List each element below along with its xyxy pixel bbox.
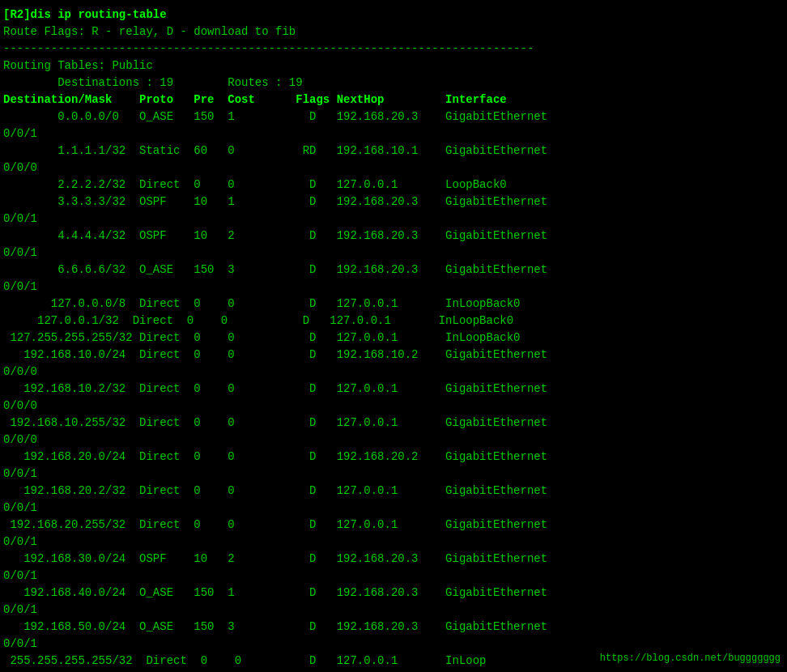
terminal-line: 0/0/1: [3, 125, 784, 142]
terminal-line: 0/0/1: [3, 602, 784, 619]
terminal-line: Route Flags: R - relay, D - download to …: [3, 23, 784, 40]
terminal-line: 1.1.1.1/32 Static 60 0 RD 192.168.10.1 G…: [3, 142, 784, 159]
terminal-line: 3.3.3.3/32 OSPF 10 1 D 192.168.20.3 Giga…: [3, 194, 784, 211]
terminal-line: 0/0/0: [3, 364, 784, 381]
terminal-line: 0/0/1: [3, 211, 784, 228]
terminal-output: [R2]dis ip routing-tableRoute Flags: R -…: [3, 6, 784, 670]
terminal-line: 0/0/0: [3, 432, 784, 449]
terminal-line: 192.168.20.0/24 Direct 0 0 D 192.168.20.…: [3, 449, 784, 466]
terminal-line: 127.0.0.0/8 Direct 0 0 D 127.0.0.1 InLoo…: [3, 296, 784, 313]
terminal-line: 192.168.50.0/24 O_ASE 150 3 D 192.168.20…: [3, 619, 784, 636]
terminal-line: 4.4.4.4/32 OSPF 10 2 D 192.168.20.3 Giga…: [3, 228, 784, 245]
terminal-line: 0.0.0.0/0 O_ASE 150 1 D 192.168.20.3 Gig…: [3, 108, 784, 125]
terminal-line: 192.168.20.255/32 Direct 0 0 D 127.0.0.1…: [3, 517, 784, 534]
terminal-line: [R2]dis ip routing-table: [3, 6, 784, 23]
terminal-line: 192.168.10.2/32 Direct 0 0 D 127.0.0.1 G…: [3, 381, 784, 398]
terminal-line: 192.168.10.255/32 Direct 0 0 D 127.0.0.1…: [3, 415, 784, 432]
terminal-line: Destination/Mask Proto Pre Cost Flags Ne…: [3, 91, 784, 108]
terminal-line: 127.255.255.255/32 Direct 0 0 D 127.0.0.…: [3, 330, 784, 347]
terminal-line: 6.6.6.6/32 O_ASE 150 3 D 192.168.20.3 Gi…: [3, 262, 784, 279]
terminal-line: 0/0/1: [3, 568, 784, 585]
watermark-link: https://blog.csdn.net/buggggggg: [600, 651, 781, 666]
terminal-line: 0/0/1: [3, 279, 784, 296]
terminal-line: 0/0/1: [3, 500, 784, 517]
terminal-line: Destinations : 19 Routes : 19: [3, 74, 784, 91]
terminal-line: 0/0/1: [3, 636, 784, 653]
terminal-line: 0/0/1: [3, 466, 784, 483]
terminal-line: 0/0/0: [3, 398, 784, 415]
terminal-line: 0/0/1: [3, 245, 784, 262]
terminal-line: 192.168.10.0/24 Direct 0 0 D 192.168.10.…: [3, 347, 784, 364]
terminal-line: Routing Tables: Public: [3, 57, 784, 74]
terminal-line: 0/0/1: [3, 534, 784, 551]
terminal-line: ----------------------------------------…: [3, 40, 784, 57]
terminal-line: 0/0/0: [3, 159, 784, 177]
terminal-line: 127.0.0.1/32 Direct 0 0 D 127.0.0.1 InLo…: [3, 313, 784, 330]
terminal-line: 2.2.2.2/32 Direct 0 0 D 127.0.0.1 LoopBa…: [3, 177, 784, 194]
terminal-line: 192.168.40.0/24 O_ASE 150 1 D 192.168.20…: [3, 585, 784, 602]
terminal-line: 192.168.30.0/24 OSPF 10 2 D 192.168.20.3…: [3, 551, 784, 568]
terminal-line: 192.168.20.2/32 Direct 0 0 D 127.0.0.1 G…: [3, 483, 784, 500]
